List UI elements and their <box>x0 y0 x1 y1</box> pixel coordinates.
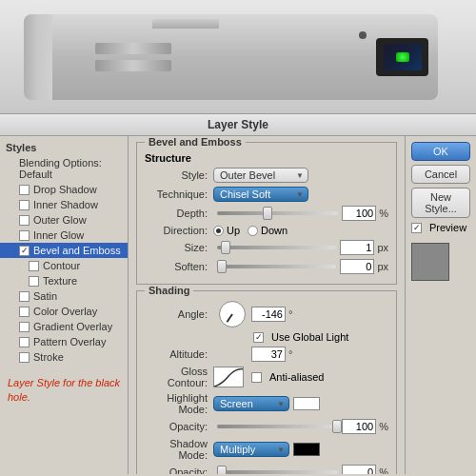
sidebar-item-gradient-overlay[interactable]: Gradient Overlay <box>0 319 128 334</box>
sidebar-item-texture[interactable]: Texture <box>0 273 128 288</box>
texture-label: Texture <box>43 275 77 287</box>
highlight-opacity-label: Opacity: <box>145 421 213 432</box>
camera-image <box>0 0 476 114</box>
gloss-contour-label: Gloss Contour: <box>145 366 213 388</box>
size-row: Size: px <box>145 240 388 255</box>
gloss-contour-row: Gloss Contour: Anti-aliased <box>145 366 388 388</box>
depth-input[interactable] <box>342 206 376 221</box>
shadow-mode-value: Multiply <box>220 444 255 455</box>
anti-aliased-checkbox[interactable] <box>251 372 262 383</box>
shadow-mode-label: Shadow Mode: <box>145 438 213 461</box>
ok-button[interactable]: OK <box>411 142 470 161</box>
size-slider-container <box>213 246 340 249</box>
sidebar-styles-title: Styles <box>0 140 128 155</box>
gradient-overlay-checkbox[interactable] <box>19 322 30 332</box>
outer-glow-checkbox[interactable] <box>19 215 30 226</box>
pattern-overlay-checkbox[interactable] <box>19 337 30 347</box>
shadow-opacity-thumb[interactable] <box>217 466 227 474</box>
right-panel: OK Cancel New Style... ✓ Preview <box>405 136 476 474</box>
drop-shadow-checkbox[interactable] <box>19 185 30 195</box>
size-slider-track[interactable] <box>217 246 336 249</box>
soften-slider-track[interactable] <box>217 265 336 268</box>
shadow-opacity-track[interactable] <box>217 470 338 474</box>
sidebar-italic-text: Layer Style for the black hole. <box>0 372 128 409</box>
highlight-color-swatch[interactable] <box>293 397 320 410</box>
preview-swatch <box>411 243 449 281</box>
highlight-mode-row: Highlight Mode: Screen ▼ <box>145 392 388 415</box>
bevel-emboss-checkbox[interactable]: ✓ <box>19 246 30 256</box>
highlight-opacity-track[interactable] <box>217 425 338 428</box>
shadow-mode-dropdown[interactable]: Multiply ▼ <box>213 442 289 457</box>
soften-unit: px <box>377 261 388 272</box>
gloss-contour-preview[interactable] <box>213 367 244 387</box>
altitude-row: Altitude: ° <box>145 347 388 362</box>
soften-input[interactable] <box>340 259 374 274</box>
bevel-emboss-section: Bevel and Emboss Structure Style: Outer … <box>136 142 397 285</box>
texture-checkbox[interactable] <box>29 276 39 287</box>
sidebar-item-drop-shadow[interactable]: Drop Shadow <box>0 182 128 197</box>
direction-up-item[interactable]: Up <box>213 225 240 236</box>
sidebar-item-inner-shadow[interactable]: Inner Shadow <box>0 197 128 212</box>
contour-checkbox[interactable] <box>29 261 39 271</box>
soften-label: Soften: <box>145 261 213 272</box>
cancel-button[interactable]: Cancel <box>411 165 470 184</box>
direction-down-item[interactable]: Down <box>248 225 288 236</box>
color-overlay-checkbox[interactable] <box>19 307 30 317</box>
shadow-mode-row: Shadow Mode: Multiply ▼ <box>145 438 388 461</box>
highlight-opacity-input[interactable] <box>342 419 376 434</box>
sidebar-item-contour[interactable]: Contour <box>0 258 128 273</box>
pattern-overlay-label: Pattern Overlay <box>33 336 106 347</box>
style-dropdown[interactable]: Outer Bevel ▼ <box>213 168 308 183</box>
color-overlay-label: Color Overlay <box>33 306 97 317</box>
angle-input[interactable] <box>251 307 286 322</box>
satin-checkbox[interactable] <box>19 291 30 302</box>
technique-dropdown[interactable]: Chisel Soft ▼ <box>213 187 308 202</box>
direction-row: Direction: Up Down <box>145 225 388 236</box>
depth-slider-thumb[interactable] <box>263 207 272 220</box>
sidebar-item-blending[interactable]: Blending Options: Default <box>0 155 128 182</box>
size-label: Size: <box>145 242 213 253</box>
contour-label: Contour <box>43 260 80 271</box>
technique-dropdown-arrow: ▼ <box>296 190 304 199</box>
shadow-color-swatch[interactable] <box>293 443 320 456</box>
shadow-mode-arrow: ▼ <box>277 446 285 454</box>
new-style-button[interactable]: New Style... <box>411 188 470 218</box>
direction-radio-group: Up Down <box>213 225 288 236</box>
inner-shadow-checkbox[interactable] <box>19 200 30 210</box>
dialog-title-bar: Layer Style <box>0 114 476 136</box>
soften-slider-thumb[interactable] <box>217 260 227 273</box>
size-slider-thumb[interactable] <box>221 241 230 254</box>
style-label: Style: <box>145 169 213 181</box>
sidebar-item-inner-glow[interactable]: Inner Glow <box>0 228 128 243</box>
sidebar-item-stroke[interactable]: Stroke <box>0 349 128 365</box>
highlight-mode-dropdown[interactable]: Screen ▼ <box>213 396 289 411</box>
style-row: Style: Outer Bevel ▼ <box>145 168 388 183</box>
sidebar-item-color-overlay[interactable]: Color Overlay <box>0 304 128 319</box>
soften-row: Soften: px <box>145 259 388 274</box>
style-value: Outer Bevel <box>220 169 275 181</box>
sidebar-item-pattern-overlay[interactable]: Pattern Overlay <box>0 334 128 349</box>
size-input[interactable] <box>340 240 374 255</box>
direction-label: Direction: <box>145 225 213 236</box>
altitude-input[interactable] <box>251 347 286 362</box>
sidebar-item-outer-glow[interactable]: Outer Glow <box>0 212 128 228</box>
direction-down-radio[interactable] <box>248 226 258 236</box>
global-light-checkbox[interactable]: ✓ <box>253 332 264 343</box>
sidebar: Styles Blending Options: Default Drop Sh… <box>0 136 129 474</box>
preview-checkbox-container[interactable]: ✓ Preview <box>411 222 470 233</box>
shadow-opacity-slider-container <box>213 470 342 474</box>
sidebar-item-bevel-emboss[interactable]: ✓ Bevel and Emboss <box>0 243 128 258</box>
stroke-label: Stroke <box>33 351 64 363</box>
highlight-opacity-thumb[interactable] <box>332 420 342 433</box>
angle-dial[interactable] <box>219 301 246 327</box>
preview-checkbox[interactable]: ✓ <box>411 223 422 233</box>
shadow-opacity-input[interactable] <box>342 465 376 474</box>
depth-slider-track[interactable] <box>217 211 338 215</box>
depth-label: Depth: <box>145 208 213 219</box>
inner-glow-checkbox[interactable] <box>19 230 30 241</box>
highlight-opacity-unit: % <box>379 421 388 432</box>
direction-up-radio[interactable] <box>213 226 224 236</box>
dialog-body: Styles Blending Options: Default Drop Sh… <box>0 136 476 474</box>
stroke-checkbox[interactable] <box>19 352 30 363</box>
sidebar-item-satin[interactable]: Satin <box>0 288 128 304</box>
